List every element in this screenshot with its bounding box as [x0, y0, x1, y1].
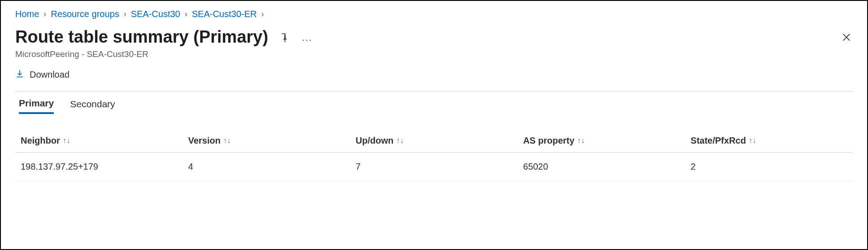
cell-neighbor: 198.137.97.25+179: [15, 153, 183, 181]
ellipsis-icon: …: [301, 31, 313, 44]
col-header-version[interactable]: Version ↑↓: [188, 136, 231, 146]
tab-secondary[interactable]: Secondary: [70, 98, 115, 114]
table-row[interactable]: 198.137.97.25+179 4 7 65020 2: [15, 153, 853, 181]
col-label: Version: [188, 136, 220, 146]
breadcrumb-sea-cust30[interactable]: SEA-Cust30: [131, 9, 180, 19]
cell-version: 4: [183, 153, 350, 181]
chevron-right-icon: ›: [44, 9, 46, 19]
sort-icon: ↑↓: [577, 136, 585, 145]
sort-icon: ↑↓: [749, 136, 756, 145]
more-button[interactable]: …: [299, 31, 316, 44]
download-label: Download: [30, 70, 70, 80]
sort-icon: ↑↓: [63, 136, 70, 145]
pin-icon: [279, 32, 288, 42]
pin-button[interactable]: [277, 31, 290, 44]
col-header-updown[interactable]: Up/down ↑↓: [356, 136, 404, 146]
chevron-right-icon: ›: [124, 9, 126, 19]
col-header-state-pfxrcd[interactable]: State/PfxRcd ↑↓: [691, 136, 756, 146]
col-label: Neighbor: [21, 136, 60, 146]
divider: [15, 91, 853, 92]
breadcrumb-sea-cust30-er[interactable]: SEA-Cust30-ER: [192, 9, 257, 19]
chevron-right-icon: ›: [185, 9, 188, 19]
chevron-right-icon: ›: [261, 9, 264, 19]
route-table: Neighbor ↑↓ Version ↑↓ Up/down ↑↓ AS pro…: [15, 129, 853, 181]
col-label: State/PfxRcd: [691, 136, 746, 146]
cell-state-pfxrcd: 2: [685, 153, 853, 181]
col-header-as-property[interactable]: AS property ↑↓: [523, 136, 584, 146]
cell-updown: 7: [350, 153, 518, 181]
breadcrumb: Home › Resource groups › SEA-Cust30 › SE…: [15, 9, 853, 19]
table-header-row: Neighbor ↑↓ Version ↑↓ Up/down ↑↓ AS pro…: [15, 129, 853, 153]
col-label: AS property: [523, 136, 574, 146]
col-header-neighbor[interactable]: Neighbor ↑↓: [21, 136, 70, 146]
breadcrumb-home[interactable]: Home: [15, 9, 39, 19]
col-label: Up/down: [356, 136, 393, 146]
toolbar: Download: [15, 69, 853, 87]
download-icon: [15, 69, 24, 80]
sort-icon: ↑↓: [223, 136, 231, 145]
page-subtitle: MicrosoftPeering - SEA-Cust30-ER: [15, 49, 853, 59]
close-icon: [842, 32, 851, 42]
cell-as-property: 65020: [518, 153, 685, 181]
sort-icon: ↑↓: [396, 136, 404, 145]
tabs: Primary Secondary: [19, 98, 853, 114]
tab-primary[interactable]: Primary: [19, 98, 54, 114]
close-button[interactable]: [840, 31, 853, 44]
download-button[interactable]: Download: [15, 69, 70, 80]
page-title: Route table summary (Primary): [15, 27, 268, 47]
breadcrumb-resource-groups[interactable]: Resource groups: [51, 9, 119, 19]
page-header: Route table summary (Primary) …: [15, 27, 853, 47]
